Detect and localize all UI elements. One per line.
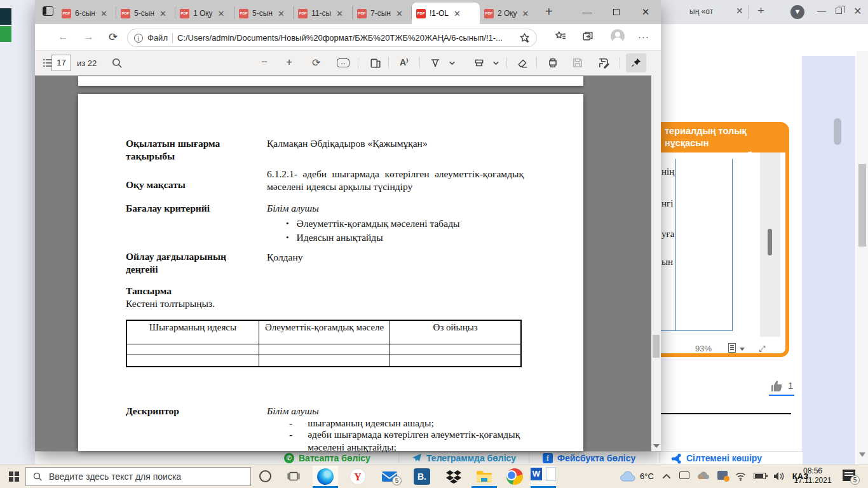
new-tab-button[interactable]: + <box>545 4 553 19</box>
pdf-viewport[interactable]: Оқылатын шығарма тақырыбы Қалмақан Әбдіқ… <box>35 76 651 451</box>
weather-icon[interactable] <box>620 471 636 482</box>
taskbar-explorer-button[interactable] <box>471 466 497 487</box>
onedrive-icon[interactable]: ⚠ <box>697 471 710 482</box>
task-view-button[interactable] <box>287 471 300 482</box>
tab-close-icon[interactable]: ✕ <box>100 9 107 18</box>
tab-close-icon[interactable]: ✕ <box>336 9 343 18</box>
telegram-icon <box>412 453 422 463</box>
draw-caret-icon[interactable] <box>449 60 456 67</box>
background-scrollbar-thumb[interactable] <box>858 164 866 247</box>
url-text[interactable]: C:/Users/admin/Documents/Новый%20формат/… <box>177 33 515 43</box>
page-number-input[interactable]: 17 <box>51 55 71 71</box>
tab-active[interactable]: PDF !1-OL ✕ <box>412 3 480 24</box>
back-icon[interactable]: ← <box>58 30 69 43</box>
maximize-button[interactable] <box>602 0 631 24</box>
weather-temp[interactable]: 6°C <box>640 471 654 481</box>
preview-page-mode-icon[interactable] <box>728 343 736 353</box>
read-aloud-icon[interactable]: A⁾ <box>400 57 409 67</box>
browser-avatar-button[interactable]: ▼ <box>790 5 804 19</box>
background-scrollbar-down-icon[interactable] <box>859 452 865 457</box>
tab-1[interactable]: PDF 6-сын ✕ <box>57 3 116 24</box>
taskbar-search-input[interactable]: Введите здесь текст для поиска <box>25 467 251 486</box>
rotate-icon[interactable]: ⟳ <box>312 57 320 69</box>
fit-to-width-icon[interactable]: ↔ <box>337 58 349 67</box>
preview-fullscreen-icon[interactable]: ⤢ <box>759 344 764 354</box>
background-tab-close-icon[interactable]: ✕ <box>736 6 743 16</box>
zoom-in-icon[interactable]: + <box>286 56 292 69</box>
copy-link-button[interactable]: Сілтемені көшіру <box>671 452 762 464</box>
b-app-icon: B. <box>414 468 430 485</box>
search-icon <box>32 471 43 482</box>
tray-expand-icon[interactable] <box>662 473 671 480</box>
highlight-icon[interactable] <box>473 57 485 69</box>
background-restore-button[interactable] <box>836 8 842 14</box>
minimize-button[interactable]: — <box>573 0 602 24</box>
tab-close-icon[interactable]: ✕ <box>396 9 403 18</box>
taskbar-b-app-button[interactable]: B. <box>409 466 435 487</box>
taskbar-edge-button[interactable] <box>313 466 338 487</box>
pdf-scrollbar[interactable] <box>651 51 661 451</box>
share-facebook-button[interactable]: f Фейсбукта бөлісу <box>543 452 635 464</box>
tab-close-icon[interactable]: ✕ <box>218 9 225 18</box>
save-as-icon[interactable] <box>598 57 609 69</box>
taskbar-yandex-button[interactable]: Y <box>345 466 370 487</box>
search-icon[interactable] <box>111 57 123 69</box>
collections-icon[interactable] <box>582 30 593 42</box>
tab-6[interactable]: PDF 7-сын ✕ <box>353 3 412 24</box>
panel-scrollbar-thumb[interactable] <box>834 118 841 145</box>
taskbar-chrome-button[interactable] <box>502 466 527 487</box>
background-new-tab-button[interactable]: + <box>757 4 764 18</box>
url-scheme-label: Файл <box>147 33 168 43</box>
taskbar-dropbox-button[interactable] <box>441 466 466 487</box>
share-whatsapp-button[interactable]: ✆ Ватсапта бөлісу <box>284 452 370 464</box>
tab-5[interactable]: PDF 11-сы ✕ <box>294 3 353 24</box>
volume-icon[interactable] <box>773 471 785 481</box>
print-icon[interactable] <box>547 57 559 69</box>
tab-8[interactable]: PDF 2 Оқу ✕ <box>480 3 539 24</box>
favorites-hub-icon[interactable] <box>555 30 566 42</box>
tab-4[interactable]: PDF 5-сын ✕ <box>234 3 294 24</box>
browser-menu-icon[interactable]: ··· <box>638 31 649 42</box>
tab-close-icon[interactable]: ✕ <box>278 9 285 18</box>
pdf-file-icon: PDF <box>298 9 308 18</box>
display-cast-icon[interactable] <box>717 471 728 480</box>
forward-icon[interactable]: → <box>83 30 94 43</box>
tab-close-icon[interactable]: ✕ <box>522 9 529 18</box>
favorite-add-icon[interactable] <box>519 32 530 43</box>
start-button[interactable] <box>9 471 19 482</box>
url-field[interactable]: i Файл C:/Users/admin/Documents/Новый%20… <box>127 29 537 47</box>
page-view-icon[interactable] <box>370 57 381 69</box>
doc-row-label: Оқу мақсаты <box>126 179 243 191</box>
highlight-caret-icon[interactable] <box>492 60 499 67</box>
pdf-scrollbar-thumb[interactable] <box>653 335 660 358</box>
tab-2[interactable]: PDF 5-сын ✕ <box>116 3 175 24</box>
zoom-out-icon[interactable]: − <box>261 56 268 69</box>
cortana-button[interactable] <box>259 470 271 482</box>
preview-scrollbar-thumb[interactable] <box>768 229 772 255</box>
pdf-scrollbar-down-icon[interactable] <box>653 444 660 448</box>
background-tab[interactable]: ың «от <box>689 7 713 16</box>
background-scrollbar[interactable] <box>857 51 868 464</box>
sliver-dark-block <box>0 8 11 25</box>
descriptor-label: Дескриптор <box>126 405 243 417</box>
taskbar-word-button[interactable]: W <box>531 466 556 487</box>
refresh-icon[interactable]: ⟳ <box>109 30 118 44</box>
wifi-icon[interactable] <box>735 472 746 481</box>
background-minimize-button[interactable]: — <box>817 6 826 16</box>
close-button[interactable]: ✕ <box>631 0 660 24</box>
profile-avatar[interactable] <box>611 29 625 43</box>
battery-icon[interactable] <box>754 473 766 479</box>
share-telegram-button[interactable]: Телеграммда бөлісу <box>412 452 516 464</box>
tab-close-icon[interactable]: ✕ <box>454 9 461 18</box>
draw-icon[interactable] <box>430 57 441 69</box>
erase-icon[interactable] <box>517 57 528 69</box>
info-icon[interactable]: i <box>134 34 143 43</box>
taskbar-clock[interactable]: 08:56 17.11.2021 <box>793 466 832 485</box>
tablet-mode-icon[interactable] <box>679 471 689 479</box>
tab-close-icon[interactable]: ✕ <box>159 9 166 18</box>
tab-actions-icon[interactable] <box>43 6 53 16</box>
background-close-button[interactable]: ✕ <box>853 5 862 17</box>
preview-page-mode-caret-icon[interactable] <box>740 348 745 351</box>
taskbar-mail-button[interactable]: 5 <box>377 466 402 487</box>
tab-3[interactable]: PDF 1 Оқу ✕ <box>175 3 234 24</box>
